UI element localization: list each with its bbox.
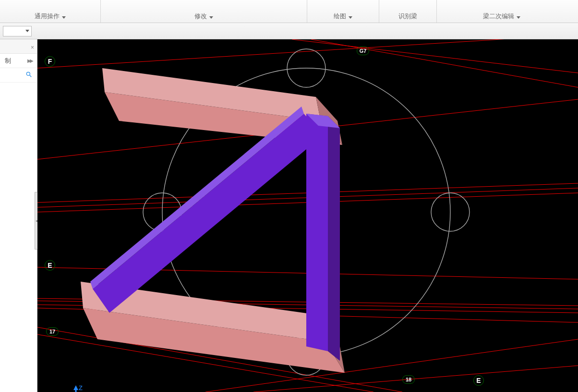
svg-line-2 xyxy=(37,39,578,68)
secondary-toolbar xyxy=(0,23,578,39)
grid-label-e2: E xyxy=(473,375,484,386)
side-row-copy[interactable]: 制 ▶▶ xyxy=(0,54,37,68)
svg-line-3 xyxy=(292,39,578,73)
svg-marker-32 xyxy=(328,116,340,361)
close-icon[interactable]: × xyxy=(31,40,34,55)
svg-line-17 xyxy=(253,366,578,392)
svg-line-4 xyxy=(311,39,578,87)
chevron-right-icon: ▶▶ xyxy=(27,58,32,63)
grid-label-g7: G7 xyxy=(357,47,369,55)
search-icon xyxy=(25,71,32,79)
axis-z-label: Z xyxy=(79,384,83,392)
svg-marker-31 xyxy=(306,114,328,351)
svg-marker-30 xyxy=(90,107,304,289)
svg-marker-29 xyxy=(93,114,323,313)
ribbon-group-general[interactable]: 通用操作 xyxy=(0,0,101,23)
ribbon-group-draw[interactable]: 绘图 xyxy=(307,0,379,23)
main-area: × 制 ▶▶ ◀ xyxy=(0,39,578,392)
ribbon-group-label: 梁二次编辑 xyxy=(483,12,514,21)
ribbon-group-label: 修改 xyxy=(194,12,207,21)
3d-viewport[interactable]: F G7 E 17 18 E Z Y X xyxy=(37,39,578,392)
ribbon-group-modify[interactable]: 修改 xyxy=(101,0,307,23)
grid-label-f: F xyxy=(45,56,55,67)
ribbon-group-label: 识别梁 xyxy=(398,12,417,21)
side-search-row[interactable] xyxy=(0,68,37,83)
side-panel: × 制 ▶▶ xyxy=(0,39,37,392)
ribbon: 通用操作 修改 绘图 识别梁 梁二次编辑 xyxy=(0,0,578,23)
ribbon-group-beam-edit[interactable]: 梁二次编辑 xyxy=(437,0,566,23)
chevron-down-icon xyxy=(61,13,66,20)
chevron-down-icon xyxy=(208,13,213,20)
side-tab[interactable]: × xyxy=(0,39,37,54)
svg-line-1 xyxy=(30,75,32,77)
dropdown-selector[interactable] xyxy=(3,26,32,36)
grid-label-17: 17 xyxy=(46,327,59,336)
svg-marker-35 xyxy=(73,385,78,390)
grid-label-e: E xyxy=(45,260,55,271)
ribbon-group-label: 绘图 xyxy=(334,12,346,21)
svg-point-0 xyxy=(26,72,30,75)
chevron-down-icon xyxy=(348,13,352,20)
ribbon-group-identify-beam[interactable]: 识别梁 xyxy=(379,0,437,23)
grid-label-18: 18 xyxy=(402,375,415,384)
side-row-label: 制 xyxy=(5,57,11,65)
ribbon-group-label: 通用操作 xyxy=(35,12,60,21)
chevron-down-icon xyxy=(516,13,520,20)
